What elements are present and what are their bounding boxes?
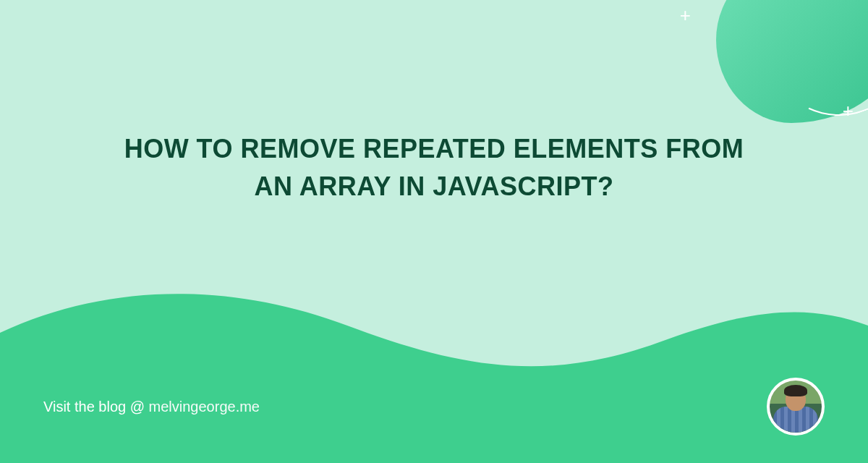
plus-icon: + xyxy=(843,101,854,120)
page-title: HOW TO REMOVE REPEATED ELEMENTS FROM AN … xyxy=(109,130,760,205)
footer: Visit the blog @ melvingeorge.me xyxy=(43,378,825,436)
avatar xyxy=(767,378,825,436)
visit-prefix: Visit the blog @ xyxy=(43,399,149,415)
plus-icon: + xyxy=(680,6,691,25)
visit-domain: melvingeorge.me xyxy=(149,399,260,415)
visit-text: Visit the blog @ melvingeorge.me xyxy=(43,399,260,415)
